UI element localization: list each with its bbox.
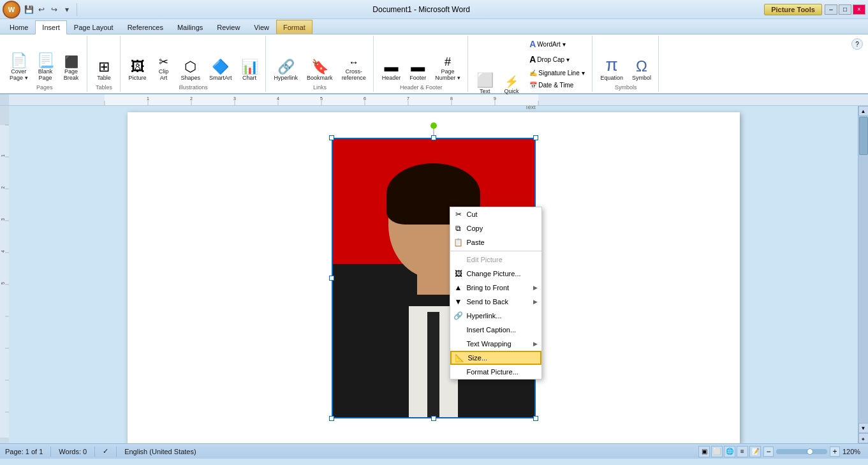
ctx-bring-to-front[interactable]: ▲ Bring to Front ▶ (450, 281, 541, 295)
vertical-scrollbar[interactable]: ▲ ▼ ◈ (858, 106, 868, 443)
document-page: ✂ Cut ⧉ Copy 📋 Paste Edit Picture (128, 112, 740, 443)
ruler-main: 1 2 3 4 5 6 7 8 9 (9, 94, 868, 105)
links-buttons: 🔗 Hyperlink 🔖 Bookmark ↔ Cross-reference (271, 37, 369, 83)
zoom-slider[interactable] (776, 449, 827, 454)
save-button[interactable]: 💾 (23, 4, 34, 15)
status-sep-1 (50, 447, 51, 457)
outline-button[interactable]: ≡ (737, 446, 748, 457)
ctx-send-to-back[interactable]: ▼ Send to Back ▶ (450, 295, 541, 309)
horizontal-ruler: 1 2 3 4 5 6 7 8 9 (0, 94, 868, 106)
help-button[interactable]: ? (851, 38, 863, 50)
web-layout-button[interactable]: 🌐 (724, 446, 735, 457)
customize-button[interactable]: ▾ (61, 4, 73, 15)
table-button[interactable]: ⊞ Table (92, 58, 115, 83)
resize-handle-tl[interactable] (329, 135, 334, 140)
tab-review[interactable]: Review (210, 20, 247, 34)
clip-art-button[interactable]: ✂ ClipArt (152, 54, 175, 83)
status-sep-2 (94, 447, 95, 457)
shapes-button[interactable]: ⬡ Shapes (178, 58, 204, 83)
tab-references[interactable]: References (121, 20, 170, 34)
copy-icon: ⧉ (454, 224, 463, 233)
ctx-paste[interactable]: 📋 Paste (450, 235, 541, 249)
page-break-button[interactable]: ⬛ PageBreak (60, 54, 83, 83)
picture-button[interactable]: 🖼 Picture (126, 58, 150, 83)
footer-button[interactable]: ▬ Footer (406, 58, 429, 83)
language-status[interactable]: English (United States) (124, 448, 196, 455)
draft-button[interactable]: 📝 (749, 446, 761, 457)
zoom-slider-thumb[interactable] (807, 448, 813, 455)
svg-text:3: 3 (1, 218, 5, 221)
svg-text:1: 1 (1, 154, 5, 157)
smartart-button[interactable]: 🔷 SmartArt (206, 58, 235, 83)
rotate-handle[interactable] (430, 122, 437, 129)
scroll-thumb[interactable] (859, 117, 868, 155)
hyperlink-button[interactable]: 🔗 Hyperlink (271, 58, 302, 83)
ctx-cut[interactable]: ✂ Cut (450, 207, 541, 221)
zoom-level[interactable]: 120% (842, 448, 863, 455)
scroll-track[interactable] (858, 116, 868, 423)
scroll-expand-button[interactable]: ◈ (858, 433, 869, 443)
undo-button[interactable]: ↩ (36, 4, 47, 15)
resize-handle-ml[interactable] (329, 276, 334, 281)
resize-handle-tm[interactable] (431, 135, 436, 140)
cover-page-button[interactable]: 📄 CoverPage ▾ (6, 52, 31, 83)
tab-insert[interactable]: Insert (35, 20, 67, 34)
svg-text:5: 5 (320, 96, 323, 101)
format-picture-icon (454, 367, 463, 376)
header-button[interactable]: ▬ Header (379, 58, 404, 83)
ribbon: 📄 CoverPage ▾ 📃 BlankPage ⬛ PageBreak Pa… (0, 34, 868, 94)
ctx-hyperlink[interactable]: 🔗 Hyperlink... (450, 309, 541, 323)
ctx-insert-caption[interactable]: Insert Caption... (450, 323, 541, 337)
full-screen-button[interactable]: ⬜ (711, 446, 723, 457)
scroll-up-button[interactable]: ▲ (858, 106, 869, 116)
paste-icon: 📋 (454, 238, 463, 247)
bookmark-button[interactable]: 🔖 Bookmark (304, 58, 336, 83)
document-scroll[interactable]: ✂ Cut ⧉ Copy 📋 Paste Edit Picture (9, 106, 858, 443)
tab-home[interactable]: Home (3, 20, 35, 34)
redo-button[interactable]: ↪ (48, 4, 60, 15)
office-button[interactable]: W (3, 1, 20, 18)
tab-format[interactable]: Format (276, 20, 313, 34)
maximize-button[interactable]: □ (839, 4, 851, 15)
scroll-down-button[interactable]: ▼ (858, 423, 869, 433)
zoom-out-button[interactable]: − (763, 447, 774, 457)
resize-handle-bm[interactable] (431, 416, 436, 421)
cross-reference-button[interactable]: ↔ Cross-reference (339, 55, 369, 83)
ctx-text-wrapping[interactable]: Text Wrapping ▶ (450, 337, 541, 351)
chart-button[interactable]: 📊 Chart (238, 58, 261, 83)
zoom-in-button[interactable]: + (830, 447, 840, 457)
svg-text:5: 5 (1, 282, 5, 284)
symbol-button[interactable]: Ω Symbol (629, 57, 654, 83)
blank-page-button[interactable]: 📃 BlankPage (34, 52, 57, 83)
svg-text:4: 4 (277, 96, 279, 101)
header-top: W 💾 ↩ ↪ ▾ Document1 - Microsoft Word Pic… (0, 0, 868, 19)
minimize-button[interactable]: – (825, 4, 837, 15)
ctx-format-picture[interactable]: Format Picture... (450, 365, 541, 379)
ctx-change-picture[interactable]: 🖼 Change Picture... (450, 267, 541, 281)
resize-handle-bl[interactable] (329, 416, 334, 421)
page-number-button[interactable]: # PageNumber ▾ (432, 54, 464, 83)
ribbon-group-links: 🔗 Hyperlink 🔖 Bookmark ↔ Cross-reference… (267, 36, 374, 92)
illustrations-buttons: 🖼 Picture ✂ ClipArt ⬡ Shapes 🔷 SmartArt … (126, 37, 261, 83)
ctx-copy[interactable]: ⧉ Copy (450, 221, 541, 235)
date-time-button[interactable]: 📅 Date & Time (526, 80, 587, 91)
context-menu: ✂ Cut ⧉ Copy 📋 Paste Edit Picture (450, 207, 542, 380)
close-button[interactable]: × (853, 4, 865, 15)
tab-view[interactable]: View (247, 20, 276, 34)
drop-cap-button[interactable]: A Drop Cap ▾ (526, 52, 587, 66)
resize-handle-tr[interactable] (533, 135, 538, 140)
tab-page-layout[interactable]: Page Layout (67, 20, 121, 34)
spelling-check-icon[interactable]: ✓ (103, 447, 108, 455)
quick-access-toolbar: 💾 ↩ ↪ ▾ (23, 4, 73, 15)
wordart-button[interactable]: A WordArt ▾ (526, 37, 587, 51)
equation-button[interactable]: π Equation (598, 54, 627, 83)
zoom-control: − + 120% (763, 447, 863, 457)
signature-line-button[interactable]: ✍ Signature Line ▾ (526, 68, 587, 78)
print-layout-button[interactable]: ▣ (698, 446, 710, 457)
insert-caption-icon (454, 325, 463, 334)
ribbon-group-illustrations: 🖼 Picture ✂ ClipArt ⬡ Shapes 🔷 SmartArt … (122, 36, 266, 92)
resize-handle-br[interactable] (533, 416, 538, 421)
tab-mailings[interactable]: Mailings (170, 20, 210, 34)
ctx-size[interactable]: 📐 Size... (450, 351, 541, 365)
bring-front-icon: ▲ (454, 283, 463, 292)
